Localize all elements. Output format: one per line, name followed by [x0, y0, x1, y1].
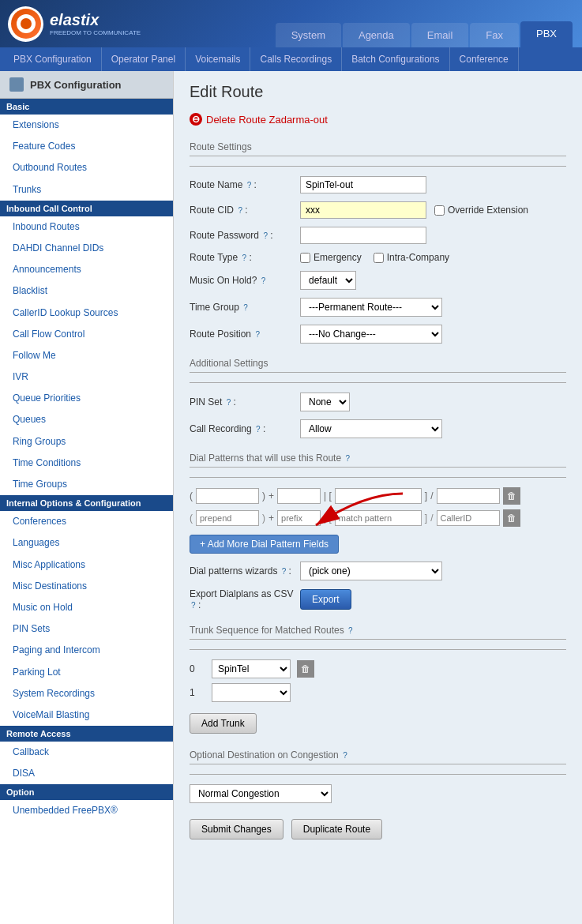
- congestion-divider: [190, 774, 566, 775]
- dial-wizard-help[interactable]: ?: [282, 567, 287, 576]
- congestion-row: Normal Congestion: [190, 784, 566, 803]
- delete-trunk-0[interactable]: 🗑: [297, 660, 314, 678]
- sidebar-item-callback[interactable]: Callback: [0, 742, 173, 763]
- export-help[interactable]: ?: [191, 601, 196, 610]
- subnav-calls-recordings[interactable]: Calls Recordings: [250, 47, 342, 71]
- delete-pattern-1[interactable]: 🗑: [503, 487, 520, 505]
- intra-company-label: Intra-Company: [387, 252, 449, 263]
- add-trunk-button[interactable]: Add Trunk: [190, 713, 257, 734]
- sidebar-item-call-flow[interactable]: Call Flow Control: [0, 324, 173, 345]
- export-button[interactable]: Export: [300, 589, 351, 610]
- time-group-label: Time Group: [190, 302, 239, 313]
- prepend-input-1[interactable]: [196, 488, 259, 504]
- sidebar-item-music-on-hold[interactable]: Music on Hold: [0, 597, 173, 618]
- sidebar-item-time-groups[interactable]: Time Groups: [0, 474, 173, 495]
- subnav-operator-panel[interactable]: Operator Panel: [102, 47, 186, 71]
- override-extension-label: Override Extension: [434, 205, 528, 216]
- dial-patterns-divider: [190, 477, 566, 478]
- dial-paren-open-1: (: [190, 490, 193, 501]
- route-cid-input[interactable]: [300, 201, 426, 219]
- sidebar-item-announcements[interactable]: Announcements: [0, 259, 173, 280]
- sidebar-item-time-conditions[interactable]: Time Conditions: [0, 453, 173, 474]
- export-label: Export Dialplans as CSV: [190, 588, 293, 599]
- tab-fax[interactable]: Fax: [470, 23, 519, 47]
- callerid-input-2[interactable]: [437, 510, 500, 526]
- sidebar-item-dahdi[interactable]: DAHDI Channel DIDs: [0, 238, 173, 259]
- sidebar-item-ivr[interactable]: IVR: [0, 366, 173, 388]
- delete-route-link[interactable]: ⊖ Delete Route Zadarma-out: [190, 113, 566, 126]
- sidebar-item-conferences[interactable]: Conferences: [0, 511, 173, 532]
- trunk-select-1[interactable]: [212, 683, 291, 702]
- subnav-pbx-config[interactable]: PBX Configuration: [4, 47, 102, 71]
- delete-pattern-2[interactable]: 🗑: [503, 509, 520, 527]
- subnav-conference[interactable]: Conference: [450, 47, 519, 71]
- emergency-checkbox[interactable]: [300, 253, 310, 263]
- sidebar-item-system-recordings[interactable]: System Recordings: [0, 683, 173, 704]
- route-cid-help[interactable]: ?: [238, 206, 242, 215]
- sidebar-item-queue-priorities[interactable]: Queue Priorities: [0, 388, 173, 409]
- delete-label: Delete Route Zadarma-out: [206, 114, 328, 126]
- red-arrow: [268, 490, 411, 545]
- sidebar-item-callerid-lookup[interactable]: CallerID Lookup Sources: [0, 302, 173, 324]
- time-group-select[interactable]: ---Permanent Route---: [300, 298, 442, 317]
- main-nav: System Agenda Email Fax PBX: [276, 0, 574, 47]
- route-name-input[interactable]: [300, 176, 426, 193]
- tab-agenda[interactable]: Agenda: [343, 23, 410, 47]
- prepend-input-2[interactable]: [196, 510, 259, 526]
- tab-system[interactable]: System: [276, 23, 341, 47]
- congestion-header: Optional Destination on Congestion ?: [190, 749, 566, 764]
- tab-email[interactable]: Email: [411, 23, 469, 47]
- tab-pbx[interactable]: PBX: [520, 21, 573, 47]
- sidebar-item-queues[interactable]: Queues: [0, 409, 173, 430]
- pin-set-help[interactable]: ?: [227, 398, 231, 407]
- congestion-help[interactable]: ?: [343, 751, 347, 760]
- sidebar-item-extensions[interactable]: Extensions: [0, 115, 173, 136]
- sidebar-item-misc-dest[interactable]: Misc Destinations: [0, 576, 173, 597]
- time-group-help[interactable]: ?: [243, 303, 248, 312]
- logo-text: elastix: [50, 11, 99, 28]
- call-recording-help[interactable]: ?: [256, 425, 261, 434]
- sidebar-item-pin-sets[interactable]: PIN Sets: [0, 618, 173, 640]
- sidebar-item-freepbx[interactable]: Unembedded FreePBX®: [0, 800, 173, 821]
- logo-sub: FREEDOM TO COMMUNICATE: [50, 29, 141, 36]
- trunk-sequence-help[interactable]: ?: [348, 626, 353, 635]
- callerid-input-1[interactable]: [437, 488, 500, 504]
- sidebar-item-feature-codes[interactable]: Feature Codes: [0, 136, 173, 157]
- sidebar-item-disa[interactable]: DISA: [0, 763, 173, 784]
- congestion-select[interactable]: Normal Congestion: [190, 784, 332, 803]
- sidebar-item-follow-me[interactable]: Follow Me: [0, 345, 173, 366]
- submit-changes-button[interactable]: Submit Changes: [190, 819, 283, 839]
- dial-wizard-select[interactable]: (pick one): [300, 562, 442, 580]
- music-on-hold-help[interactable]: ?: [261, 276, 266, 285]
- route-type-help[interactable]: ?: [242, 254, 247, 262]
- emergency-label: Emergency: [314, 252, 362, 263]
- sidebar-item-misc-apps[interactable]: Misc Applications: [0, 554, 173, 576]
- subnav-batch-configs[interactable]: Batch Configurations: [342, 47, 449, 71]
- pin-set-select[interactable]: None: [300, 393, 350, 411]
- music-on-hold-select[interactable]: default: [300, 271, 356, 290]
- sidebar-item-trunks[interactable]: Trunks: [0, 179, 173, 201]
- trunk-select-0[interactable]: SpinTel: [212, 659, 291, 678]
- dial-bracket-2: ]: [425, 513, 427, 524]
- sidebar-item-inbound-routes[interactable]: Inbound Routes: [0, 216, 173, 238]
- route-name-help[interactable]: ?: [247, 181, 252, 190]
- sidebar-item-languages[interactable]: Languages: [0, 532, 173, 554]
- call-recording-select[interactable]: Allow Never Always Don't Care: [300, 419, 442, 438]
- override-extension-checkbox[interactable]: [434, 205, 445, 216]
- route-position-select[interactable]: ---No Change---: [300, 325, 442, 344]
- sidebar-item-blacklist[interactable]: Blacklist: [0, 280, 173, 302]
- sidebar-item-ring-groups[interactable]: Ring Groups: [0, 431, 173, 453]
- sidebar-item-voicemail-blasting[interactable]: VoiceMail Blasting: [0, 704, 173, 726]
- dial-wizard-row: Dial patterns wizards ? : (pick one): [190, 562, 566, 580]
- route-password-input[interactable]: [300, 227, 426, 244]
- sidebar-item-paging[interactable]: Paging and Intercom: [0, 640, 173, 661]
- export-row: Export Dialplans as CSV ? : Export: [190, 588, 566, 610]
- subnav-voicemails[interactable]: Voicemails: [186, 47, 250, 71]
- route-password-help[interactable]: ?: [263, 231, 268, 240]
- sidebar-item-outbound-routes[interactable]: Outbound Routes: [0, 157, 173, 178]
- duplicate-route-button[interactable]: Duplicate Route: [291, 819, 382, 839]
- intra-company-checkbox[interactable]: [374, 253, 384, 263]
- dial-patterns-help[interactable]: ?: [345, 454, 350, 463]
- route-position-help[interactable]: ?: [255, 330, 260, 339]
- sidebar-item-parking-lot[interactable]: Parking Lot: [0, 662, 173, 683]
